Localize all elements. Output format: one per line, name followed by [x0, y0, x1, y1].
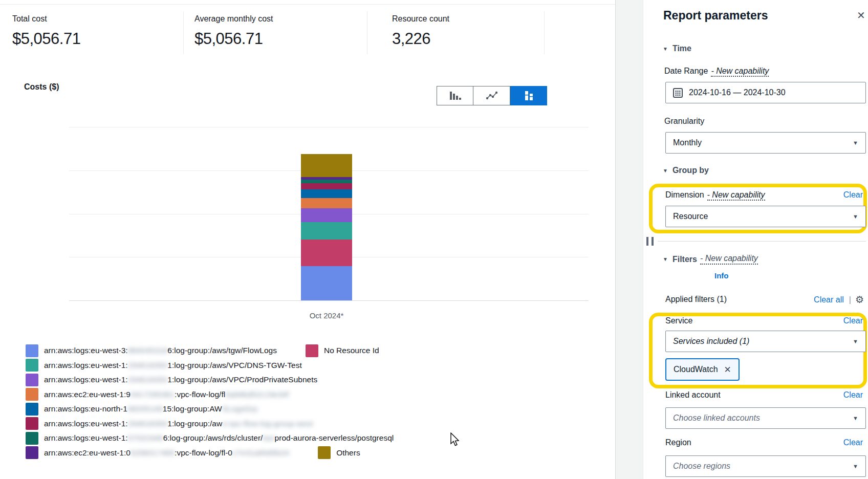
chart-type-switch	[437, 86, 547, 105]
stat-divider	[367, 11, 367, 54]
stat-total-cost: Total cost $5,056.71	[12, 14, 80, 48]
service-select[interactable]: Services included (1) ▼	[665, 331, 866, 352]
chevron-down-icon: ▼	[853, 415, 858, 421]
legend-item[interactable]: Others	[318, 446, 360, 459]
legend-label: arn:aws:logs:eu-west-1:2946183501:log-gr…	[44, 361, 302, 370]
bar-chart-button[interactable]	[437, 86, 473, 105]
linked-account-label-row: Linked account Clear	[665, 390, 866, 401]
legend-item[interactable]: arn:aws:logs:eu-west-1:2946183501:log-gr…	[26, 359, 302, 372]
legend-label: No Resource Id	[324, 346, 379, 355]
legend-item[interactable]: arn:aws:logs:eu-west-1:2946183501:log-gr…	[26, 417, 313, 430]
stat-label: Total cost	[12, 14, 80, 24]
panel-drag-handle[interactable]	[646, 237, 654, 246]
time-section-header[interactable]: ▼ Time	[663, 44, 691, 53]
date-range-label: Date Range- New capability	[664, 67, 769, 76]
legend-label: arn:aws:logs:eu-west-1:2946183501:log-gr…	[44, 419, 313, 428]
group-by-header-label: Group by	[672, 166, 709, 175]
legend-swatch	[26, 432, 38, 445]
legend-label: arn:aws:logs:eu-west-1:570319466:log-gro…	[44, 433, 394, 443]
bar-segment	[301, 189, 352, 198]
legend-row: arn:aws:logs:eu-north-13820514615:log-gr…	[26, 402, 394, 417]
info-link[interactable]: Info	[714, 271, 729, 280]
stat-value: $5,056.71	[194, 30, 273, 48]
stat-average-monthly-cost: Average monthly cost $5,056.71	[194, 14, 273, 48]
close-icon[interactable]: ✕	[857, 10, 865, 20]
legend-item[interactable]: arn:aws:logs:eu-west-3:8840453186:log-gr…	[26, 344, 277, 357]
bar-segment	[301, 183, 352, 189]
cost-chart-plot: 6K4.5K3K1.5K0	[69, 127, 589, 300]
legend-row: arn:aws:logs:eu-west-3:8840453186:log-gr…	[26, 343, 394, 358]
legend-swatch	[26, 344, 38, 357]
filters-section-header[interactable]: ▼ Filters - New capability	[663, 254, 758, 265]
stat-resource-count: Resource count 3,226	[392, 14, 449, 48]
line-chart-button[interactable]	[473, 86, 510, 105]
panel-title: Report parameters	[663, 9, 768, 23]
gridline	[69, 127, 589, 127]
legend-row: arn:aws:ec2:eu-west-1:05298317466:vpc-fl…	[26, 446, 394, 461]
bar-chart-icon	[448, 90, 462, 102]
group-by-section-header[interactable]: ▼ Group by	[663, 166, 709, 175]
chevron-down-icon: ▼	[853, 463, 858, 469]
granularity-label: Granularity	[664, 117, 704, 126]
stacked-bar-chart-button[interactable]	[510, 86, 547, 105]
remove-token-icon[interactable]: ✕	[724, 364, 731, 375]
legend-swatch	[26, 374, 38, 386]
new-capability-badge: - New capability	[700, 254, 758, 265]
mouse-cursor	[450, 432, 461, 447]
legend-label: arn:aws:logs:eu-west-1:2946183501:log-gr…	[44, 375, 317, 384]
legend-swatch	[26, 403, 38, 416]
legend-row: arn:aws:logs:eu-west-1:2946183501:log-gr…	[26, 358, 394, 373]
chart-title: Costs ($)	[24, 82, 59, 92]
legend-row: arn:aws:logs:eu-west-1:570319466:log-gro…	[26, 431, 394, 446]
bar-segment	[301, 180, 352, 184]
legend-item[interactable]: arn:aws:logs:eu-west-1:570319466:log-gro…	[26, 432, 394, 445]
chevron-down-icon: ▼	[663, 46, 668, 52]
linked-account-label: Linked account	[665, 390, 721, 399]
date-range-input[interactable]: 2024-10-16 — 2024-10-30	[665, 82, 866, 103]
clear-all-link[interactable]: Clear all	[814, 295, 844, 304]
legend-swatch	[26, 417, 38, 430]
applied-filters-label: Applied filters (1)	[665, 295, 727, 303]
gear-icon[interactable]: ⚙	[855, 295, 864, 304]
calendar-icon	[673, 88, 683, 98]
stat-value: 3,226	[392, 30, 449, 48]
bar-segment	[301, 154, 352, 177]
dimension-select[interactable]: Resource ▼	[665, 206, 866, 227]
stat-label: Average monthly cost	[194, 14, 273, 24]
dimension-label-row: Dimension- New capability Clear	[665, 190, 866, 201]
linked-account-clear-link[interactable]: Clear	[843, 390, 863, 400]
gridline	[69, 300, 589, 301]
filters-header-label: Filters	[672, 255, 697, 264]
linked-account-select[interactable]: Choose linked accounts ▼	[665, 407, 866, 429]
legend-label: arn:aws:logs:eu-west-3:8840453186:log-gr…	[44, 346, 277, 355]
bar-segment	[301, 222, 352, 239]
legend-label: arn:aws:ec2:eu-west-1:90417265381:vpc-fl…	[44, 390, 289, 399]
legend-label: arn:aws:logs:eu-north-13820514615:log-gr…	[44, 404, 257, 413]
service-clear-link[interactable]: Clear	[843, 316, 863, 325]
token-label: CloudWatch	[674, 365, 718, 374]
legend-item[interactable]: arn:aws:ec2:eu-west-1:05298317466:vpc-fl…	[26, 446, 289, 459]
region-select[interactable]: Choose regions ▼	[665, 455, 866, 477]
bar-segment	[301, 266, 352, 300]
region-clear-link[interactable]: Clear	[843, 438, 863, 447]
legend-label: arn:aws:ec2:eu-west-1:05298317466:vpc-fl…	[44, 448, 289, 458]
stat-divider	[544, 11, 545, 54]
new-capability-badge: - New capability	[707, 190, 765, 201]
cost-explorer-page: Total cost $5,056.71 Average monthly cos…	[0, 0, 868, 479]
dimension-clear-link[interactable]: Clear	[843, 190, 863, 200]
legend-item[interactable]: arn:aws:logs:eu-north-13820514615:log-gr…	[26, 403, 257, 416]
granularity-value: Monthly	[673, 138, 702, 147]
section-divider	[658, 241, 866, 242]
chevron-down-icon: ▼	[663, 256, 668, 262]
legend-item[interactable]: arn:aws:logs:eu-west-1:2946183501:log-gr…	[26, 374, 317, 386]
bar-segment	[301, 208, 352, 222]
service-label-row: Service Clear	[665, 316, 866, 326]
service-label: Service	[665, 316, 692, 325]
legend-item[interactable]: arn:aws:ec2:eu-west-1:90417265381:vpc-fl…	[26, 388, 289, 401]
panel-resize-gutter[interactable]	[615, 0, 643, 479]
cloudwatch-filter-token: CloudWatch ✕	[665, 358, 740, 381]
legend-item[interactable]: No Resource Id	[306, 344, 379, 357]
legend-swatch	[318, 446, 331, 459]
granularity-select[interactable]: Monthly ▼	[665, 132, 866, 154]
chart-legend: arn:aws:logs:eu-west-3:8840453186:log-gr…	[26, 343, 394, 460]
